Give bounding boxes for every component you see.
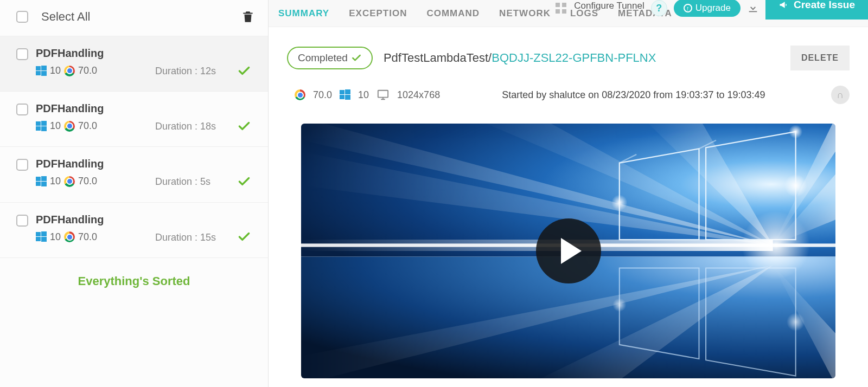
sorted-message: Everything's Sorted (0, 258, 268, 305)
play-button[interactable] (536, 218, 601, 283)
test-duration: Duration : 12s (155, 47, 233, 78)
svg-rect-24 (378, 91, 388, 98)
chrome-icon (64, 66, 75, 76)
megaphone-icon (778, 0, 789, 10)
create-issue-label: Create Issue (794, 0, 855, 11)
test-title: PDFHandling (36, 47, 155, 60)
monitor-icon (376, 89, 390, 101)
test-item[interactable]: PDFHandling 10 70.0 Duration : 15s (0, 203, 268, 258)
tab-summary[interactable]: SUMMARY (278, 8, 329, 19)
browser-version: 70.0 (78, 65, 97, 76)
svg-rect-15 (41, 237, 47, 242)
test-title: PDFHandling (36, 102, 155, 115)
test-env: 10 70.0 (36, 231, 155, 243)
os-version: 10 (50, 120, 61, 132)
test-checkbox[interactable] (16, 104, 28, 115)
svg-point-43 (742, 211, 810, 280)
windows-icon (340, 89, 350, 100)
svg-rect-18 (556, 9, 560, 14)
svg-rect-23 (345, 95, 350, 100)
svg-point-39 (784, 175, 807, 197)
svg-rect-7 (41, 126, 47, 131)
svg-rect-16 (556, 3, 560, 7)
tab-network[interactable]: NETWORK (499, 8, 551, 19)
test-item[interactable]: PDFHandling 10 70.0 Duration : 12s (0, 36, 268, 92)
delete-button[interactable]: DELETE (790, 46, 850, 70)
svg-rect-13 (41, 231, 47, 236)
grid-icon[interactable] (554, 2, 567, 15)
test-checkbox[interactable] (16, 159, 28, 171)
browser-version: 70.0 (78, 120, 97, 132)
svg-point-38 (611, 195, 627, 210)
video-player[interactable] (301, 124, 835, 378)
tab-exception[interactable]: EXCEPTION (349, 8, 407, 19)
trash-icon[interactable] (241, 10, 255, 24)
status-badge: Completed (287, 47, 373, 69)
test-duration: Duration : 5s (155, 158, 233, 189)
help-icon[interactable]: ? (651, 0, 667, 16)
check-icon (351, 53, 362, 63)
svg-rect-4 (36, 121, 41, 126)
svg-rect-6 (36, 126, 41, 131)
test-id[interactable]: BQDJJ-ZSL22-GPFBN-PFLNX (492, 51, 656, 64)
topbar-right: Configure Tunnel ? ↑ Upgrade Create Issu… (554, 0, 868, 20)
svg-point-40 (789, 125, 802, 138)
svg-point-41 (612, 298, 626, 312)
os-version: 10 (50, 65, 61, 76)
os-version: 10 (358, 89, 369, 101)
test-list-sidebar: Select All PDFHandling 10 (0, 0, 269, 387)
svg-rect-20 (340, 90, 344, 94)
svg-rect-1 (41, 66, 47, 70)
svg-rect-14 (36, 237, 41, 241)
svg-rect-5 (41, 121, 47, 126)
meta-row: 70.0 10 1024x768 Started by shalutce on … (269, 79, 868, 118)
configure-tunnel-label[interactable]: Configure Tunnel (574, 1, 644, 11)
windows-icon (36, 121, 47, 132)
check-icon (237, 175, 251, 189)
test-item[interactable]: PDFHandling 10 70.0 Duration : 18s (0, 92, 268, 147)
test-env: 10 70.0 (36, 65, 155, 76)
os-version: 10 (50, 176, 61, 187)
status-label: Completed (298, 52, 348, 64)
windows-icon (36, 176, 47, 187)
main-content: SUMMARY EXCEPTION COMMAND NETWORK LOGS M… (269, 0, 868, 387)
check-icon (237, 64, 251, 78)
svg-rect-9 (41, 176, 47, 181)
create-issue-button[interactable]: Create Issue (765, 0, 868, 20)
chrome-icon (64, 121, 75, 132)
test-list: PDFHandling 10 70.0 Duration : 12s (0, 36, 268, 258)
svg-rect-0 (36, 66, 41, 70)
os-version: 10 (50, 231, 61, 243)
summary-row: Completed PdfTestLambdaTest/BQDJJ-ZSL22-… (269, 27, 868, 79)
test-checkbox[interactable] (16, 48, 28, 60)
svg-rect-2 (36, 71, 41, 75)
chrome-icon (295, 89, 305, 100)
select-all-label: Select All (41, 10, 241, 24)
check-icon (237, 119, 251, 133)
windows-icon (36, 66, 47, 76)
svg-rect-22 (340, 95, 344, 99)
test-env: 10 70.0 (36, 120, 155, 132)
select-all-checkbox[interactable] (16, 11, 28, 23)
tab-command[interactable]: COMMAND (426, 8, 480, 19)
test-env: 10 70.0 (36, 176, 155, 187)
svg-rect-17 (562, 3, 566, 7)
info-circle-icon[interactable]: ∩ (831, 86, 850, 104)
svg-rect-21 (345, 89, 350, 94)
svg-point-42 (787, 313, 805, 331)
test-duration: Duration : 18s (155, 102, 233, 133)
chrome-icon (64, 231, 75, 242)
upgrade-button[interactable]: ↑ Upgrade (674, 0, 741, 17)
test-item[interactable]: PDFHandling 10 70.0 Duration : 5s (0, 147, 268, 202)
download-icon[interactable] (747, 2, 759, 14)
svg-rect-10 (36, 182, 41, 186)
sidebar-header: Select All (0, 0, 268, 36)
browser-version: 70.0 (313, 89, 332, 101)
test-checkbox[interactable] (16, 215, 28, 227)
check-icon (237, 230, 251, 244)
windows-icon (36, 231, 47, 242)
started-by: Started by shalutce on 08/23/2020 from 1… (502, 89, 765, 101)
test-title: PDFHandling (36, 158, 155, 170)
test-title: PDFHandling (36, 214, 155, 226)
test-duration: Duration : 15s (155, 214, 233, 244)
